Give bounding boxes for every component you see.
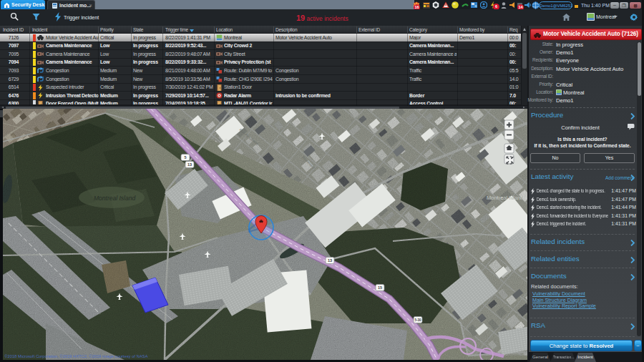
svg-text:Montreal Island: Montreal Island: [487, 195, 523, 201]
svg-text:©2018 Microsoft Corporation, ©: ©2018 Microsoft Corporation, ©2019 HXTC2…: [4, 354, 147, 358]
svg-text:5-30: 5-30: [414, 318, 421, 322]
svg-text:Montreal Island: Montreal Island: [94, 195, 135, 202]
svg-text:5: 5: [184, 155, 186, 160]
svg-text:15: 15: [378, 285, 382, 290]
svg-text:13: 13: [187, 162, 192, 167]
svg-text:13: 13: [328, 258, 332, 263]
